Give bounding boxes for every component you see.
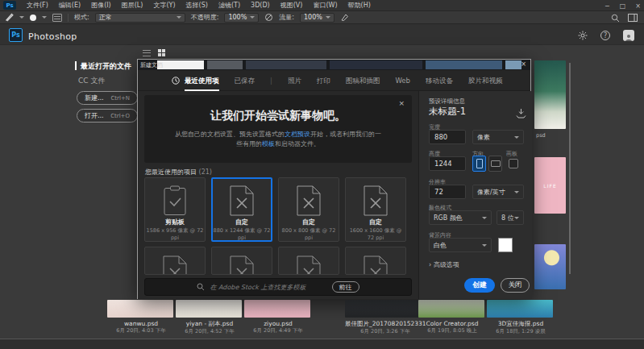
tab-recent[interactable]: 最近使用项 (185, 70, 219, 91)
file-thumbnail[interactable] (107, 300, 173, 318)
tab-mobile[interactable]: 移动设备 (426, 70, 453, 91)
dialog-main-area: × 让我们开始尝试新事物吧。 从您自己的文档设置、预先设置格式的文档预设开始，或… (138, 91, 418, 299)
file-entry[interactable]: 3D宜佳海报.psd 6月 18日, 1:29 凌晨 (487, 300, 555, 335)
file-thumbnail[interactable] (345, 300, 422, 318)
dialog-titlebar[interactable]: 新建文档 × (138, 60, 530, 70)
search-icon (197, 283, 205, 291)
go-button[interactable]: 前往 (332, 281, 359, 293)
templates-link[interactable]: 模板 (262, 140, 275, 147)
new-document-dialog: 新建文档 × 最近使用项 已保存 | 照片 打印 图稿和插图 Web 移动设备 … (137, 59, 531, 299)
window-close-button[interactable]: × (635, 2, 641, 10)
tab-saved[interactable]: 已保存 (235, 70, 256, 91)
menu-layer[interactable]: 图层(L) (122, 1, 143, 10)
new-button-label: 新建... (85, 93, 104, 102)
menu-help[interactable]: 帮助(H) (348, 1, 371, 10)
document-preset-link[interactable]: 文档预设 (285, 131, 310, 138)
airbrush-icon[interactable] (340, 13, 349, 22)
file-thumbnail[interactable] (244, 300, 310, 318)
orientation-portrait-button[interactable] (472, 156, 486, 172)
search-icon[interactable] (611, 14, 620, 23)
color-mode-value: RGB 颜色 (434, 214, 463, 222)
flow-select[interactable]: 100% (300, 13, 334, 23)
help-icon[interactable]: ? (600, 31, 610, 40)
background-select[interactable]: 白色 (429, 238, 492, 252)
window-maximize-button[interactable]: □ (620, 2, 626, 10)
menu-select[interactable]: 选择(S) (186, 1, 208, 10)
window-minimize-button[interactable]: − (605, 2, 610, 10)
tab-photo[interactable]: 照片 (288, 70, 301, 91)
menu-filter[interactable]: 滤镜(T) (218, 1, 240, 10)
file-thumbnail[interactable]: LIFE (534, 157, 566, 214)
preset-tile-partial[interactable] (144, 247, 206, 275)
pressure-opacity-icon[interactable] (264, 13, 273, 22)
brush-preset-icon[interactable] (30, 15, 36, 21)
preset-tile-partial[interactable] (345, 247, 406, 275)
artboard-checkbox[interactable] (509, 159, 518, 168)
gear-icon[interactable] (578, 31, 588, 40)
file-entry[interactable]: wanwu.psd 6月 20日, 4:03 下午 (107, 300, 175, 334)
create-button[interactable]: 创建 (464, 278, 495, 293)
file-thumbnail[interactable] (534, 60, 566, 129)
resolution-input[interactable]: 72 (429, 185, 466, 199)
preset-tile-custom[interactable]: 自定 1600 x 1600 像素 @ 72 ppi (345, 177, 406, 242)
new-button[interactable]: 新建... Ctrl+N (77, 91, 138, 105)
file-entry[interactable]: yiyan - 副本.psd 6月 20日, 4:52 下午 (176, 300, 243, 335)
save-preset-icon[interactable] (516, 109, 526, 118)
menu-view[interactable]: 视图(V) (280, 1, 303, 10)
width-input[interactable]: 880 (429, 130, 466, 144)
brush-tool-caret-icon[interactable] (19, 16, 24, 19)
tab-print[interactable]: 打印 (317, 70, 330, 91)
color-mode-select[interactable]: RGB 颜色 (429, 210, 492, 225)
brush-panel-toggle-icon[interactable] (52, 14, 62, 22)
brush-tool-icon[interactable] (5, 13, 14, 22)
opacity-select[interactable]: 100% (224, 13, 259, 23)
file-name: Color Creator.psd (418, 320, 486, 327)
tab-web[interactable]: Web (395, 70, 410, 91)
tab-film-video[interactable]: 胶片和视频 (468, 70, 503, 91)
tab-divider: | (270, 77, 272, 85)
document-name-field[interactable]: 未标题-1 (429, 106, 466, 118)
file-thumbnail[interactable] (418, 300, 484, 318)
menu-type[interactable]: 文字(Y) (153, 1, 175, 10)
banner-close-icon[interactable]: × (398, 99, 405, 107)
sidebar-item-cc-files[interactable]: CC 文件 (78, 76, 105, 86)
unit-select[interactable]: 像素 (472, 130, 524, 144)
advanced-options-toggle[interactable]: › 高级选项 (429, 260, 459, 269)
file-thumbnail[interactable] (176, 300, 242, 318)
list-view-icon[interactable] (143, 50, 151, 56)
orientation-landscape-button[interactable] (488, 156, 502, 172)
avatar[interactable] (623, 30, 634, 41)
menu-file[interactable]: 文件(F) (27, 1, 48, 10)
preset-tile-custom-selected[interactable]: 自定 880 x 1244 像素 @ 72 ppi (211, 177, 272, 242)
open-button[interactable]: 打开... Ctrl+O (77, 109, 138, 123)
stock-search-bar[interactable]: 在 Adobe Stock 上查找更多模板 前往 (144, 278, 412, 296)
sidebar-item-recent-files[interactable]: 最近打开的文件 (81, 61, 131, 72)
file-entry[interactable]: 最佳图片_20170820152331.p.. 6月 20日, 3:26 下午 (345, 300, 426, 335)
file-entry[interactable]: ziyou.psd 6月 20日, 4:49 下午 (244, 300, 312, 334)
height-input[interactable]: 1244 (429, 156, 466, 171)
background-color-swatch[interactable] (498, 238, 513, 252)
preset-tile-partial[interactable] (278, 247, 339, 275)
dialog-close-icon[interactable]: × (521, 60, 526, 68)
preset-tile-clipboard[interactable]: 剪贴板 1586 x 956 像素 @ 72 ppi (144, 177, 206, 242)
bit-depth-select[interactable]: 8 位 (497, 210, 524, 225)
banner-heading: 让我们开始尝试新事物吧。 (144, 109, 412, 123)
preset-tile-custom[interactable]: 自定 800 x 800 像素 @ 72 ppi (278, 177, 339, 242)
ps-logo-icon: Ps (3, 1, 16, 10)
vertical-scrollbar[interactable] (569, 63, 571, 274)
preset-tile-partial[interactable] (211, 247, 272, 275)
file-thumbnail[interactable] (487, 300, 553, 318)
resolution-unit-select[interactable]: 像素/英寸 (472, 185, 524, 199)
menu-edit[interactable]: 编辑(E) (59, 1, 81, 10)
menu-window[interactable]: 窗口(W) (313, 1, 337, 10)
tab-art-illustration[interactable]: 图稿和插图 (346, 70, 380, 91)
file-thumbnail[interactable] (534, 244, 566, 289)
brush-preset-caret-icon[interactable] (42, 16, 47, 19)
menu-image[interactable]: 图像(I) (91, 1, 111, 10)
blend-mode-select[interactable]: 正常 (95, 13, 185, 23)
close-button[interactable]: 关闭 (501, 278, 530, 293)
menu-3d[interactable]: 3D(D) (251, 2, 270, 9)
workspace-icon[interactable] (628, 14, 638, 22)
file-entry[interactable]: Color Creator.psd 6月 19日, 8:05 晚上 (418, 300, 486, 334)
grid-view-icon[interactable] (158, 49, 165, 56)
